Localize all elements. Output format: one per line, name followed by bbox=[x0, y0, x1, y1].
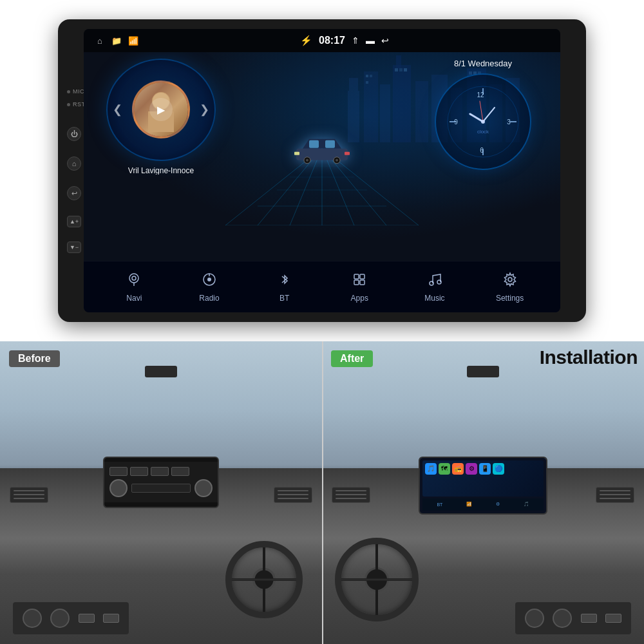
before-unit-controls bbox=[104, 462, 218, 502]
navi-label: Navi bbox=[126, 294, 142, 303]
before-head-unit bbox=[103, 457, 219, 508]
after-label: After bbox=[331, 350, 373, 367]
mic-label: MIC bbox=[67, 88, 84, 95]
svg-point-62 bbox=[132, 276, 136, 280]
svg-rect-41 bbox=[294, 152, 299, 155]
top-section: MIC RST ⏻ ⌂ ↩ ▲+ ▼− ⌂ 📁 📶 bbox=[0, 0, 644, 341]
after-unit-screen: 🎵 🗺 📻 ⚙ 📱 🔵 BT 📶 ⚙ 🎵 bbox=[420, 458, 546, 513]
nav-item-settings[interactable]: Settings bbox=[484, 272, 536, 303]
app-icon-bt: 🔵 bbox=[493, 463, 504, 475]
svg-rect-3 bbox=[380, 84, 390, 142]
before-dash-controls bbox=[13, 602, 129, 634]
before-vent-right bbox=[274, 487, 312, 503]
apps-label: Apps bbox=[351, 294, 368, 303]
svg-rect-13 bbox=[370, 75, 372, 77]
after-unit-statusbar: BT 📶 ⚙ 🎵 bbox=[422, 498, 544, 511]
time-display: 08:17 bbox=[319, 35, 345, 46]
svg-line-56 bbox=[470, 114, 483, 122]
date-display: 8/1 Wednesday bbox=[454, 59, 512, 68]
bt-label: BT bbox=[279, 294, 289, 303]
music-circle: ▶ ❮ ❯ bbox=[106, 59, 216, 161]
app-icon-settings: ⚙ bbox=[466, 463, 477, 475]
svg-rect-35 bbox=[309, 140, 319, 148]
svg-text:3: 3 bbox=[507, 118, 511, 126]
radio-label: Radio bbox=[199, 294, 219, 303]
bluetooth-icon: ⚡ bbox=[300, 35, 312, 46]
app-icon-radio: 📻 bbox=[452, 463, 464, 475]
status-bar-center: ⚡ 08:17 ⇑ ▬ ↩ bbox=[300, 35, 389, 46]
before-label: Before bbox=[9, 350, 60, 367]
app-icon-phone: 📱 bbox=[479, 463, 491, 475]
after-vent-left bbox=[332, 487, 370, 503]
nav-item-bt[interactable]: BT bbox=[259, 272, 310, 303]
after-vent-right bbox=[596, 487, 634, 503]
app-icon-music: 🎵 bbox=[425, 463, 437, 475]
svg-rect-4 bbox=[393, 65, 411, 142]
after-panel: Installation 🎵 🗺 📻 ⚙ 📱 🔵 bbox=[322, 341, 644, 644]
svg-rect-68 bbox=[360, 274, 365, 279]
navi-icon bbox=[126, 272, 142, 291]
nav-item-navi[interactable]: Navi bbox=[108, 272, 160, 303]
svg-rect-15 bbox=[395, 68, 398, 71]
settings-label: Settings bbox=[496, 294, 524, 303]
svg-text:9: 9 bbox=[454, 118, 458, 126]
bt-icon bbox=[277, 272, 292, 291]
rst-label: RST bbox=[67, 101, 86, 108]
prev-track-button[interactable]: ❮ bbox=[113, 102, 122, 117]
installation-title: Installation bbox=[540, 346, 638, 368]
sim-icon: 📶 bbox=[128, 35, 139, 46]
radio-icon bbox=[202, 272, 217, 291]
after-head-unit: 🎵 🗺 📻 ⚙ 📱 🔵 BT 📶 ⚙ 🎵 bbox=[419, 457, 547, 515]
svg-text:12: 12 bbox=[477, 91, 484, 99]
song-title: Vril Lavigne-Innoce bbox=[128, 166, 194, 175]
vol-down-button[interactable]: ▼− bbox=[67, 242, 81, 253]
main-content: ▶ ❮ ❯ Vril Lavigne-Innoce 8/1 Wednesday bbox=[84, 52, 560, 261]
svg-text:clock: clock bbox=[477, 129, 489, 135]
status-bar: ⌂ 📁 📶 ⚡ 08:17 ⇑ ▬ ↩ bbox=[84, 29, 560, 52]
car-icon bbox=[293, 133, 351, 173]
panel-divider bbox=[322, 341, 323, 644]
after-rearview-mirror bbox=[467, 366, 499, 377]
bottom-section: Before Installation 🎵 🗺 📻 ⚙ 📱 bbox=[0, 341, 644, 644]
svg-rect-42 bbox=[345, 152, 350, 155]
svg-line-57 bbox=[483, 108, 495, 122]
power-button[interactable]: ⏻ bbox=[67, 127, 81, 141]
vol-up-button[interactable]: ▲+ bbox=[67, 216, 81, 227]
svg-rect-70 bbox=[360, 280, 365, 285]
android-screen: 🎵 🗺 📻 ⚙ 📱 🔵 bbox=[422, 460, 544, 497]
battery-icon: ▬ bbox=[366, 35, 375, 46]
music-label: Music bbox=[424, 294, 444, 303]
car-screen: ⌂ 📁 📶 ⚡ 08:17 ⇑ ▬ ↩ bbox=[84, 29, 560, 312]
status-bar-left: ⌂ 📁 📶 bbox=[94, 35, 139, 46]
svg-rect-67 bbox=[354, 274, 359, 279]
back-button[interactable]: ↩ bbox=[67, 186, 81, 200]
head-unit: MIC RST ⏻ ⌂ ↩ ▲+ ▼− ⌂ 📁 📶 bbox=[58, 19, 586, 322]
svg-rect-1 bbox=[349, 78, 358, 91]
signal-icon: ⇑ bbox=[352, 35, 359, 46]
before-steering-wheel bbox=[225, 541, 303, 618]
home-icon: ⌂ bbox=[94, 35, 106, 46]
clock-panel: 8/1 Wednesday 12 3 bbox=[419, 59, 547, 187]
svg-line-58 bbox=[480, 101, 483, 122]
apps-icon bbox=[352, 272, 367, 291]
svg-rect-34 bbox=[296, 149, 348, 160]
side-buttons: MIC RST ⏻ ⌂ ↩ ▲+ ▼− bbox=[67, 88, 86, 253]
back-icon: ↩ bbox=[381, 35, 389, 46]
svg-rect-69 bbox=[354, 280, 359, 285]
before-car-interior bbox=[0, 341, 322, 644]
svg-point-40 bbox=[336, 159, 338, 162]
before-panel: Before bbox=[0, 341, 322, 644]
after-steering-wheel bbox=[335, 538, 419, 621]
nav-item-music[interactable]: Music bbox=[409, 272, 460, 303]
svg-point-65 bbox=[207, 278, 211, 281]
nav-item-radio[interactable]: Radio bbox=[184, 272, 235, 303]
svg-point-39 bbox=[306, 159, 308, 162]
nav-item-apps[interactable]: Apps bbox=[334, 272, 385, 303]
after-dash-controls bbox=[515, 602, 631, 634]
before-vent-left bbox=[10, 487, 48, 503]
app-icon-maps: 🗺 bbox=[439, 463, 450, 475]
svg-point-73 bbox=[508, 278, 512, 281]
next-track-button[interactable]: ❯ bbox=[200, 102, 209, 117]
home-button[interactable]: ⌂ bbox=[67, 156, 81, 171]
analog-clock: 12 3 6 9 bbox=[435, 73, 531, 170]
